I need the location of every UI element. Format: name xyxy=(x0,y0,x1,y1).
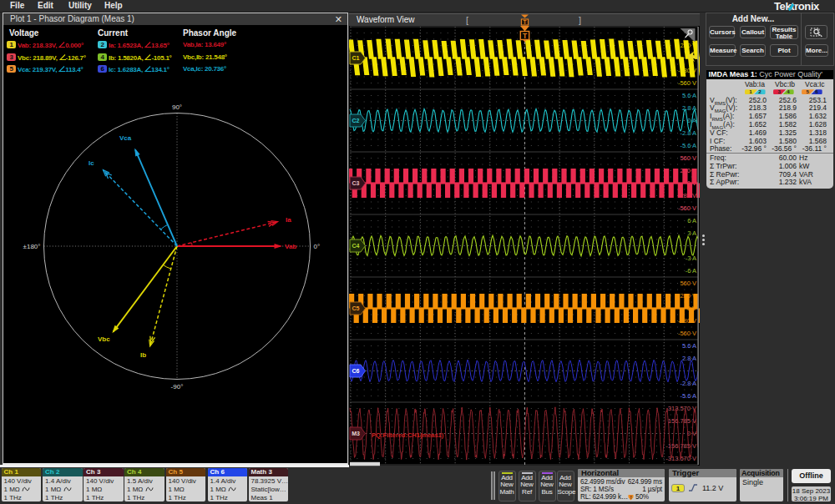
svg-text:313.570 V: 313.570 V xyxy=(668,405,696,412)
svg-text:6 A: 6 A xyxy=(687,217,696,224)
svg-text:M3: M3 xyxy=(352,431,360,436)
svg-text:5: 5 xyxy=(806,89,808,93)
svg-text:-3 A: -3 A xyxy=(686,255,696,262)
svg-text:0 V: 0 V xyxy=(687,430,696,437)
svg-text:T: T xyxy=(524,19,527,25)
svg-text:0°: 0° xyxy=(314,243,321,250)
svg-text:3: 3 xyxy=(777,89,780,93)
svg-text:PQ:Filtered:CH1(meas1): PQ:Filtered:CH1(meas1) xyxy=(372,431,444,439)
svg-text:2.8 A: 2.8 A xyxy=(682,355,696,362)
svg-text:-560 V: -560 V xyxy=(678,79,696,87)
svg-text:Ic: Ic xyxy=(89,159,94,167)
svg-text:-560 V: -560 V xyxy=(678,204,696,212)
svg-text:-2.8 A: -2.8 A xyxy=(680,380,696,387)
svg-text:3 A: 3 A xyxy=(687,229,696,237)
svg-text:T: T xyxy=(523,32,528,40)
svg-text:Vab: Vab xyxy=(285,243,296,250)
svg-text:Vbc: Vbc xyxy=(98,335,110,343)
svg-text:1: 1 xyxy=(749,89,752,93)
svg-text:-90°: -90° xyxy=(171,383,184,391)
svg-text:C1: C1 xyxy=(352,55,360,61)
svg-text:±180°: ±180° xyxy=(23,243,41,250)
svg-text:-6 A: -6 A xyxy=(686,267,696,275)
svg-text:C3: C3 xyxy=(352,180,360,186)
svg-text:6: 6 xyxy=(815,89,817,93)
svg-text:560 V: 560 V xyxy=(680,280,696,287)
svg-text:Ia: Ia xyxy=(286,216,291,224)
svg-text:Ib: Ib xyxy=(140,351,146,359)
svg-text:C2: C2 xyxy=(352,118,360,123)
svg-text:C4: C4 xyxy=(352,243,360,249)
svg-text:C6: C6 xyxy=(352,368,360,374)
svg-text:-2.8 A: -2.8 A xyxy=(680,129,696,137)
svg-text:5.6 A: 5.6 A xyxy=(682,342,696,350)
svg-text:C5: C5 xyxy=(352,305,360,311)
svg-text:Vca: Vca xyxy=(119,134,132,142)
svg-text:-5.6 A: -5.6 A xyxy=(680,392,696,400)
svg-text:5.6 A: 5.6 A xyxy=(682,92,696,99)
svg-text:90°: 90° xyxy=(172,103,182,111)
svg-text:560 V: 560 V xyxy=(680,154,696,162)
svg-text:2: 2 xyxy=(758,89,761,93)
svg-text:4: 4 xyxy=(787,89,789,93)
svg-text:-5.6 A: -5.6 A xyxy=(680,142,696,149)
svg-text:-560 V: -560 V xyxy=(678,330,696,337)
svg-text:156.785 V: 156.785 V xyxy=(668,417,696,425)
